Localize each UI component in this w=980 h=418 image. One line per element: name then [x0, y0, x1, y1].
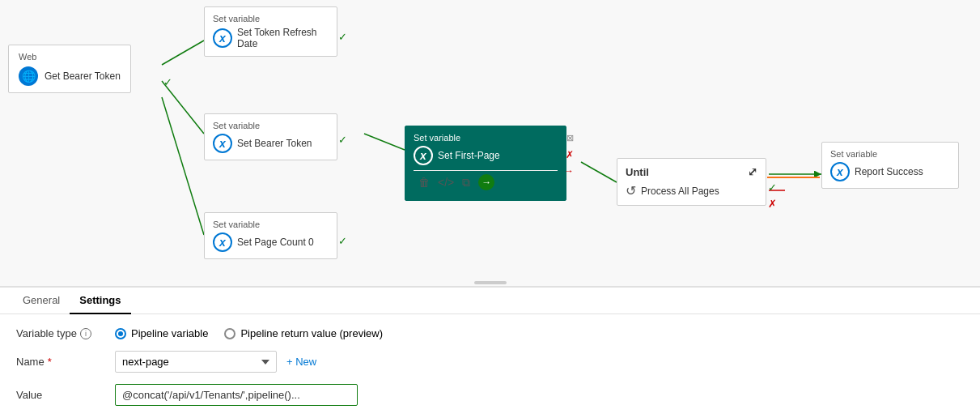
- until-title: Until: [626, 166, 649, 178]
- node-set-first-page-header: Set variable: [414, 133, 558, 143]
- arrow-right-icon[interactable]: →: [478, 174, 494, 190]
- node-set-token-refresh-content: x Set Token Refresh Date: [213, 27, 329, 49]
- node-set-page-count-header: Set variable: [213, 220, 329, 229]
- close-badge: ✗: [566, 149, 574, 160]
- node-report-success-header: Set variable: [830, 149, 950, 159]
- node-report-success[interactable]: Set variable x Report Success: [821, 142, 959, 189]
- svg-line-2: [162, 97, 204, 235]
- node-set-bearer-token-content: x Set Bearer Token: [213, 134, 329, 153]
- until-check-red: ✗: [768, 198, 777, 210]
- name-label: Name *: [16, 356, 105, 368]
- svg-line-4: [581, 162, 617, 182]
- until-content: ↺ Process All Pages: [626, 183, 757, 198]
- page-count-check: ✓: [338, 235, 347, 247]
- node-set-first-page-label: Set First-Page: [438, 150, 500, 161]
- until-label: Process All Pages: [641, 186, 719, 197]
- var-icon-bearer: x: [213, 134, 232, 153]
- expand-icon[interactable]: ⤢: [748, 165, 757, 178]
- radio-pipeline-label: Pipeline variable: [131, 327, 208, 339]
- arrow-badge: →: [564, 165, 574, 177]
- value-label: Value: [16, 389, 105, 401]
- var-icon-first-page: x: [414, 146, 433, 165]
- code-icon[interactable]: </>: [438, 176, 454, 189]
- scroll-indicator: [474, 281, 507, 284]
- node-set-bearer-token-header: Set variable: [213, 121, 329, 130]
- name-required: *: [48, 356, 52, 368]
- svg-line-1: [162, 81, 204, 134]
- web-node-content: 🌐 Get Bearer Token: [19, 66, 121, 86]
- value-input[interactable]: [115, 384, 358, 406]
- name-select[interactable]: next-page: [115, 351, 277, 373]
- radio-return-label: Pipeline return value (preview): [240, 327, 383, 339]
- name-row: Name * next-page + New: [16, 351, 964, 373]
- bearer-check: ✓: [338, 134, 347, 146]
- until-node[interactable]: Until ⤢ ↺ Process All Pages ✓ ✗: [617, 158, 766, 206]
- radio-pipeline[interactable]: Pipeline variable: [115, 327, 208, 339]
- tabs-bar: General Settings: [0, 288, 980, 314]
- until-header: Until ⤢: [626, 165, 757, 178]
- web-node[interactable]: Web 🌐 Get Bearer Token: [8, 45, 131, 93]
- loop-icon: ↺: [626, 183, 636, 198]
- radio-circle-pipeline: [115, 328, 126, 339]
- orange-connector: [767, 177, 820, 178]
- var-icon-page-count: x: [213, 232, 232, 252]
- info-icon[interactable]: i: [80, 328, 91, 339]
- panel-content: Variable type i Pipeline variable Pipeli…: [0, 314, 980, 418]
- node-set-bearer-token[interactable]: Set variable x Set Bearer Token: [204, 113, 337, 160]
- node-report-success-content: x Report Success: [830, 162, 950, 181]
- node-set-token-refresh[interactable]: Set variable x Set Token Refresh Date: [204, 6, 337, 57]
- until-check-green: ✓: [768, 181, 777, 194]
- node-set-page-count-label: Set Page Count 0: [237, 237, 314, 248]
- svg-line-3: [364, 134, 405, 150]
- globe-icon: 🌐: [19, 66, 38, 86]
- token-refresh-check: ✓: [338, 31, 347, 43]
- web-node-header: Web: [19, 52, 121, 62]
- node-set-page-count[interactable]: Set variable x Set Page Count 0: [204, 212, 337, 259]
- copy-icon[interactable]: ⧉: [462, 176, 470, 190]
- radio-return[interactable]: Pipeline return value (preview): [224, 327, 383, 339]
- variable-type-row: Variable type i Pipeline variable Pipeli…: [16, 327, 964, 339]
- expand-badge: ⊠: [566, 133, 574, 143]
- action-toolbar: 🗑 </> ⧉ →: [414, 170, 558, 194]
- var-icon-report: x: [830, 162, 850, 181]
- node-set-first-page-content: x Set First-Page: [414, 146, 558, 165]
- tab-general[interactable]: General: [13, 288, 70, 314]
- var-icon-token-refresh: x: [213, 28, 232, 48]
- radio-group: Pipeline variable Pipeline return value …: [115, 327, 383, 339]
- svg-line-0: [162, 41, 204, 65]
- tab-settings[interactable]: Settings: [70, 288, 130, 314]
- node-set-page-count-content: x Set Page Count 0: [213, 232, 329, 252]
- bottom-panel: General Settings Variable type i Pipelin…: [0, 288, 980, 418]
- node-set-token-refresh-header: Set variable: [213, 14, 329, 23]
- value-row: Value: [16, 384, 964, 406]
- variable-type-label: Variable type i: [16, 327, 105, 339]
- node-set-bearer-token-label: Set Bearer Token: [237, 138, 312, 149]
- node-report-success-label: Report Success: [855, 166, 923, 177]
- node-set-first-page[interactable]: Set variable x Set First-Page ⊠ ✗ → 🗑 </…: [405, 126, 566, 201]
- web-check: ✓: [163, 76, 172, 88]
- delete-icon[interactable]: 🗑: [418, 176, 430, 189]
- web-node-label: Get Bearer Token: [45, 70, 121, 82]
- radio-circle-return: [224, 328, 235, 339]
- new-button[interactable]: + New: [286, 356, 316, 368]
- main-container: Web 🌐 Get Bearer Token ✓ Set variable x …: [0, 0, 980, 418]
- node-set-token-refresh-label: Set Token Refresh Date: [237, 27, 329, 49]
- canvas-area: Web 🌐 Get Bearer Token ✓ Set variable x …: [0, 0, 980, 288]
